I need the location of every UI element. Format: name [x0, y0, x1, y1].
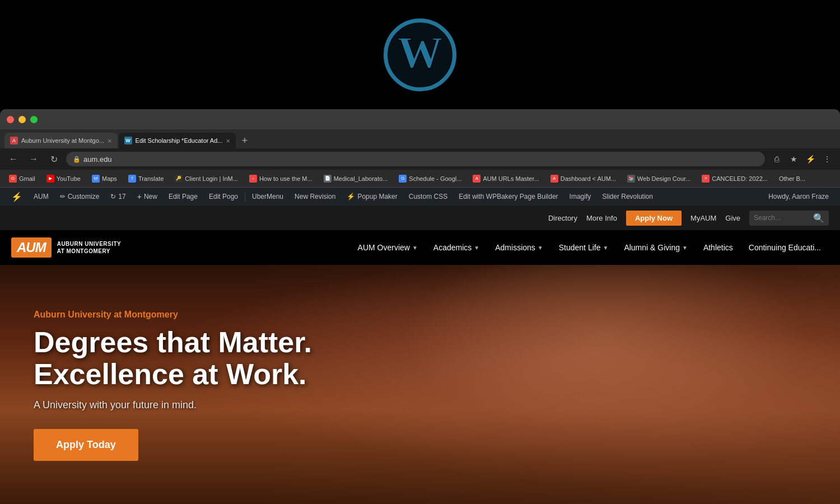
wp-admin-slider-revolution[interactable]: Slider Revolution	[596, 188, 659, 206]
nav-chevron-student-life: ▼	[603, 245, 608, 251]
tab-close-aum[interactable]: ×	[108, 137, 112, 145]
back-button[interactable]: ←	[6, 151, 21, 167]
nav-item-alumni-giving[interactable]: Alumni & Giving ▼	[616, 230, 696, 265]
browser-action-buttons: ⎙ ★ ⚡ ⋮	[769, 152, 834, 166]
aum-urls-favicon: A	[473, 175, 480, 183]
bookmark-client-login[interactable]: 🔑 Client Login | InM...	[170, 173, 242, 184]
aum-logo-line2: AT MONTGOMERY	[57, 248, 122, 255]
bookmark-how-to[interactable]: • How to use the M...	[245, 173, 317, 184]
wp-admin-aum-label: AUM	[34, 193, 49, 200]
bookmark-other[interactable]: Other B...	[774, 174, 810, 184]
bookmark-button[interactable]: ★	[786, 152, 801, 166]
site-search-form[interactable]: 🔍	[749, 211, 829, 226]
tab-label-scholarship: Edit Scholarship *Educator Ad...	[136, 137, 223, 144]
site-search-input[interactable]	[754, 214, 810, 222]
wp-admin-custom-css-label: Custom CSS	[409, 193, 447, 200]
hero-title-line1: Degrees that Matter.	[34, 326, 312, 358]
bookmark-translate[interactable]: T Translate	[124, 173, 168, 184]
tab-edit-scholarship[interactable]: W Edit Scholarship *Educator Ad... ×	[119, 133, 236, 148]
wp-admin-howdy[interactable]: Howdy, Aaron Fraze	[763, 188, 834, 206]
wp-admin-user-greeting: Howdy, Aaron Fraze	[768, 193, 829, 200]
nav-item-continuing-education[interactable]: Continuing Educati...	[741, 230, 829, 265]
bookmark-aum-urls[interactable]: A AUM URLs Master...	[468, 173, 543, 184]
hero-section: Auburn University at Montgomery Degrees …	[0, 265, 840, 504]
tab-favicon-aum: A	[10, 137, 18, 144]
wp-admin-new[interactable]: + New	[132, 188, 163, 206]
wp-admin-logo[interactable]: ⚡	[6, 188, 28, 206]
bookmark-client-login-label: Client Login | InM...	[185, 175, 238, 182]
wp-admin-new-label: New	[144, 193, 157, 200]
bookmark-maps-label: Maps	[102, 175, 117, 182]
admin-bar-separator	[245, 192, 245, 201]
bookmark-dashboard[interactable]: A Dashboard < AUM...	[546, 173, 620, 184]
browser-address-bar: ← → ↻ 🔒 aum.edu ⎙ ★ ⚡ ⋮	[0, 148, 840, 170]
site-topbar-directory[interactable]: Directory	[548, 214, 577, 222]
tab-favicon-wp: W	[124, 137, 132, 144]
wp-admin-new-revision-label: New Revision	[295, 193, 335, 200]
bookmark-youtube[interactable]: ▶ YouTube	[42, 173, 85, 184]
youtube-favicon: ▶	[46, 175, 54, 183]
extensions-button[interactable]: ⚡	[803, 152, 818, 166]
nav-label-student-life: Student Life	[559, 243, 601, 252]
reload-button[interactable]: ↻	[46, 151, 62, 167]
wp-admin-slider-revolution-label: Slider Revolution	[602, 193, 653, 200]
site-topbar-give[interactable]: Give	[725, 214, 740, 222]
wp-admin-aum[interactable]: AUM	[28, 188, 54, 206]
wp-admin-customize[interactable]: ✏ Customize	[54, 188, 105, 206]
bookmark-gmail[interactable]: G Gmail	[4, 173, 40, 184]
bookmark-medical[interactable]: 📄 Medical_Laborato...	[319, 173, 393, 184]
browser-tabs: A Auburn University at Montgo... × W Edi…	[0, 129, 840, 148]
wp-admin-custom-css[interactable]: Custom CSS	[403, 188, 453, 206]
tab-close-scholarship[interactable]: ×	[226, 137, 231, 145]
site-logo[interactable]: AUM AUBURN UNIVERSITY AT MONTGOMERY	[11, 237, 121, 258]
bookmark-other-label: Other B...	[779, 175, 805, 182]
wp-admin-imagify-label: Imagify	[570, 193, 591, 200]
hero-apply-button[interactable]: Apply Today	[34, 429, 138, 461]
aum-logo-box: AUM	[11, 237, 52, 258]
gmail-favicon: G	[9, 175, 17, 183]
aum-logo-line1: AUBURN UNIVERSITY	[57, 240, 122, 248]
maximize-button[interactable]	[30, 116, 38, 123]
search-icon[interactable]: 🔍	[813, 213, 824, 223]
bookmark-web-design[interactable]: 📚 Web Design Cour...	[623, 173, 695, 184]
address-bar-input[interactable]: 🔒 aum.edu	[66, 152, 765, 166]
site-topbar-more-info[interactable]: More Info	[586, 214, 617, 222]
bookmark-canceled[interactable]: ✕ CANCELED: 2022...	[697, 173, 772, 184]
canceled-favicon: ✕	[702, 175, 710, 183]
nav-item-athletics[interactable]: Athletics	[696, 230, 741, 265]
wp-admin-imagify[interactable]: Imagify	[564, 188, 597, 206]
hero-title: Degrees that Matter. Excellence at Work.	[34, 326, 312, 390]
hero-title-line2: Excellence at Work.	[34, 358, 312, 390]
wp-admin-updates[interactable]: ↻ 17	[105, 188, 131, 206]
minimize-button[interactable]	[18, 116, 26, 123]
how-to-favicon: •	[249, 175, 257, 183]
aum-logo-subtext: AUBURN UNIVERSITY AT MONTGOMERY	[57, 240, 122, 255]
bookmark-maps[interactable]: M Maps	[87, 173, 122, 184]
site-topbar-apply-now[interactable]: Apply Now	[626, 211, 682, 226]
nav-item-aum-overview[interactable]: AUM Overview ▼	[350, 230, 426, 265]
site-header: AUM AUBURN UNIVERSITY AT MONTGOMERY AUM …	[0, 230, 840, 265]
new-tab-button[interactable]: +	[237, 133, 253, 148]
share-button[interactable]: ⎙	[769, 152, 784, 166]
medical-favicon: 📄	[324, 175, 332, 183]
wp-admin-wpbakery[interactable]: Edit with WPBakery Page Builder	[453, 188, 563, 206]
browser-menu-button[interactable]: ⋮	[820, 152, 834, 166]
site-topbar-myaum[interactable]: MyAUM	[690, 214, 716, 222]
nav-item-academics[interactable]: Academics ▼	[426, 230, 487, 265]
dashboard-favicon: A	[550, 175, 558, 183]
nav-item-student-life[interactable]: Student Life ▼	[551, 230, 617, 265]
wp-admin-new-revision[interactable]: New Revision	[289, 188, 341, 206]
bookmark-medical-label: Medical_Laborato...	[334, 175, 388, 182]
bookmark-schedule[interactable]: G Schedule - Googl...	[394, 173, 466, 184]
wp-admin-edit-pogo[interactable]: Edit Pogo	[203, 188, 244, 206]
tab-aum[interactable]: A Auburn University at Montgo... ×	[4, 133, 118, 148]
wp-admin-edit-pogo-label: Edit Pogo	[209, 193, 238, 200]
wp-admin-popup-maker[interactable]: ⚡ Popup Maker	[341, 188, 403, 206]
ssl-lock-icon: 🔒	[73, 156, 81, 163]
wp-admin-edit-page[interactable]: Edit Page	[163, 188, 203, 206]
nav-item-admissions[interactable]: Admissions ▼	[487, 230, 551, 265]
wp-admin-icon: ⚡	[11, 192, 22, 202]
close-button[interactable]	[7, 116, 14, 123]
wp-admin-ubermenu[interactable]: UberMenu	[246, 188, 289, 206]
forward-button[interactable]: →	[26, 151, 41, 167]
